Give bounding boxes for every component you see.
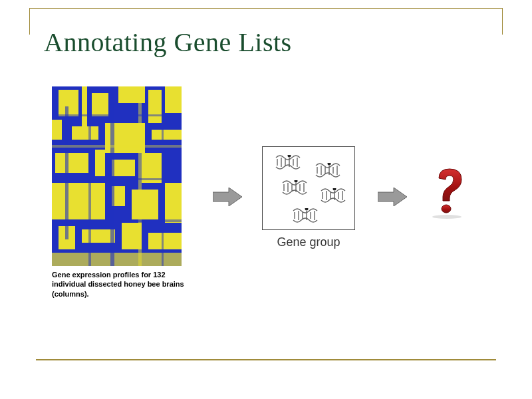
svg-rect-12 [95, 150, 105, 176]
svg-rect-20 [82, 229, 115, 243]
heatmap-caption: Gene expression profiles for 132 individ… [52, 270, 185, 299]
svg-rect-5 [148, 90, 162, 123]
heatmap-image [52, 86, 182, 266]
svg-marker-39 [378, 188, 407, 206]
dna-helix-icon [275, 155, 301, 172]
svg-point-36 [295, 180, 298, 183]
svg-rect-27 [138, 86, 142, 266]
svg-rect-29 [52, 114, 182, 116]
svg-rect-32 [52, 219, 182, 222]
svg-point-37 [333, 188, 336, 191]
dna-helix-icon [320, 188, 346, 205]
svg-point-38 [305, 208, 309, 211]
svg-rect-17 [132, 190, 158, 219]
heatmap-figure: Gene expression profiles for 132 individ… [52, 86, 182, 266]
bottom-divider [36, 359, 496, 360]
svg-rect-25 [88, 86, 91, 266]
svg-rect-7 [52, 120, 62, 140]
svg-marker-33 [213, 188, 242, 206]
svg-rect-10 [152, 130, 182, 140]
arrow-right-icon [213, 188, 242, 206]
slide-title: Annotating Gene Lists [41, 27, 295, 58]
svg-rect-30 [52, 145, 182, 148]
arrow-right-icon [378, 188, 407, 206]
svg-rect-15 [52, 183, 105, 219]
svg-rect-13 [112, 160, 135, 176]
svg-rect-18 [165, 183, 182, 223]
svg-rect-3 [92, 93, 108, 116]
svg-rect-6 [165, 86, 182, 113]
svg-rect-11 [55, 153, 88, 173]
svg-rect-28 [162, 86, 164, 266]
gene-group-label: Gene group [262, 235, 355, 249]
question-mark-icon [426, 166, 472, 219]
svg-point-35 [328, 163, 331, 166]
svg-rect-31 [52, 178, 182, 180]
svg-rect-26 [110, 86, 114, 266]
gene-group-box [262, 146, 355, 230]
svg-point-41 [432, 215, 462, 219]
svg-rect-2 [82, 86, 87, 126]
svg-point-34 [288, 155, 291, 158]
svg-rect-22 [148, 233, 182, 249]
dna-helix-icon [315, 163, 341, 180]
slide-content: Gene expression profiles for 132 individ… [0, 80, 532, 399]
dna-helix-icon [292, 208, 319, 225]
svg-rect-8 [72, 126, 98, 140]
heatmap-svg [52, 86, 182, 266]
svg-point-40 [442, 205, 451, 213]
dna-helix-icon [281, 180, 308, 198]
